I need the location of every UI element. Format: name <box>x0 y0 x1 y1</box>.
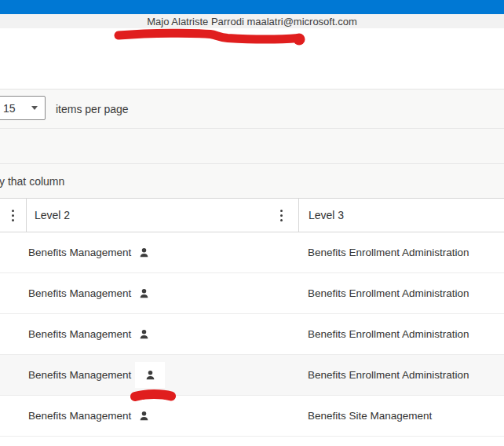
red-underline-account <box>119 33 298 39</box>
level3-cell: Benefits Enrollment Administration <box>298 232 504 272</box>
person-icon[interactable] <box>138 287 150 300</box>
kebab-menu-icon[interactable] <box>7 208 20 222</box>
group-by-drop-zone: y that column <box>0 163 504 198</box>
level3-value: Benefits Site Management <box>308 410 432 422</box>
level3-value: Benefits Enrollment Administration <box>308 328 469 340</box>
level2-value: Benefits Management <box>28 369 131 381</box>
table-row[interactable]: Benefits Management Benefits Enrollment … <box>0 273 504 314</box>
person-icon-hover-box[interactable] <box>135 362 165 388</box>
level3-cell: Benefits Enrollment Administration <box>298 273 504 313</box>
toolbar-strip <box>0 128 504 163</box>
account-strip: Majo Alatriste Parrodi maalatri@microsof… <box>0 14 504 28</box>
person-icon[interactable] <box>144 369 156 382</box>
items-per-page-label: items per page <box>56 90 129 129</box>
level3-value: Benefits Enrollment Administration <box>308 247 469 258</box>
level3-value: Benefits Enrollment Administration <box>308 287 469 299</box>
caret-down-icon <box>31 106 38 110</box>
column-header-level1-stub <box>0 199 26 232</box>
level2-cell: Benefits Management <box>0 396 298 436</box>
group-by-hint-text: y that column <box>0 175 64 188</box>
person-icon[interactable] <box>138 247 150 259</box>
table-row[interactable]: Benefits Management Benefits Enrollment … <box>0 232 504 273</box>
page: Majo Alatriste Parrodi maalatri@microsof… <box>0 0 504 446</box>
account-name-email: Majo Alatriste Parrodi maalatri@microsof… <box>147 16 357 27</box>
column-header-label: Level 3 <box>309 209 344 221</box>
level2-cell: Benefits Management <box>0 314 298 354</box>
suite-bar <box>0 0 504 14</box>
level3-cell: Benefits Site Management <box>298 396 504 436</box>
kebab-menu-icon[interactable] <box>275 208 287 222</box>
page-size-dropdown[interactable]: 15 <box>0 96 46 120</box>
level2-cell: Benefits Management <box>0 232 298 272</box>
column-header-level2[interactable]: Level 2 <box>26 199 298 232</box>
red-underline-account-endblob <box>294 34 305 46</box>
person-icon[interactable] <box>138 410 150 422</box>
table-row[interactable]: Benefits Management Benefits Site Manage… <box>0 396 504 437</box>
page-size-value: 15 <box>3 102 31 115</box>
grid-body: Benefits Management Benefits Enrollment … <box>0 232 504 437</box>
column-header-label: Level 2 <box>35 209 70 221</box>
level2-cell: Benefits Management <box>0 355 298 395</box>
level3-value: Benefits Enrollment Administration <box>308 369 469 381</box>
level2-cell: Benefits Management <box>0 273 298 313</box>
person-icon[interactable] <box>138 328 150 341</box>
table-row-highlighted[interactable]: Benefits Management Benefits Enrollment … <box>0 355 504 396</box>
level3-cell: Benefits Enrollment Administration <box>298 355 504 395</box>
level2-value: Benefits Management <box>28 410 131 422</box>
pager-bar: 15 items per page <box>0 89 504 128</box>
level2-value: Benefits Management <box>28 328 131 340</box>
grid-header-row: Level 2 Level 3 <box>0 198 504 232</box>
column-header-level3[interactable]: Level 3 <box>298 199 504 232</box>
level2-value: Benefits Management <box>28 287 131 299</box>
level3-cell: Benefits Enrollment Administration <box>298 314 504 354</box>
table-row[interactable]: Benefits Management Benefits Enrollment … <box>0 314 504 355</box>
level2-value: Benefits Management <box>28 247 131 258</box>
